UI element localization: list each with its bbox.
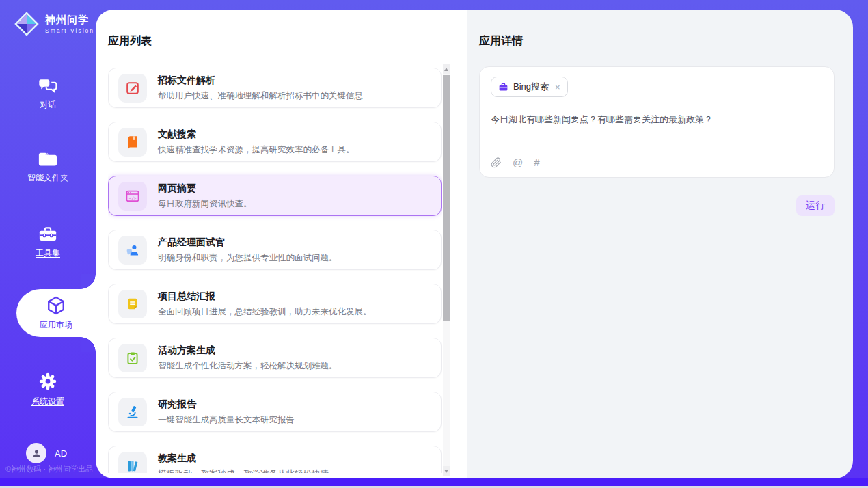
- app-title: 产品经理面试官: [158, 236, 338, 249]
- triangle-up-icon: [444, 68, 448, 71]
- scrollbar-thumb[interactable]: [443, 75, 450, 321]
- sidebar-item-label: 工具集: [36, 247, 60, 259]
- svg-text:</>: </>: [128, 195, 136, 200]
- sidebar-item-app-market[interactable]: 应用市场: [16, 289, 96, 337]
- book-icon: [118, 128, 147, 157]
- app-description: 一键智能生成高质量长文本研究报告: [158, 414, 295, 426]
- app-list-pane: 应用列表 招标文件解析 帮助用户快速、准确地理解和解析招标书中的关键信息: [96, 10, 467, 478]
- user-initials: AD: [55, 448, 67, 459]
- folder-icon: [38, 151, 58, 167]
- app-title: 项目总结汇报: [158, 290, 372, 303]
- note-icon: [118, 290, 147, 318]
- prompt-card[interactable]: Bing搜索 × 今日湖北有哪些新闻要点？有哪些需要关注的最新政策？ @ #: [479, 66, 835, 178]
- brand-logo[interactable]: 神州问学 Smart Vision: [14, 11, 94, 37]
- gear-icon: [38, 372, 57, 391]
- app-title: 活动方案生成: [158, 344, 338, 357]
- sidebar-item-label: 系统设置: [31, 396, 64, 407]
- app-description: 全面回顾项目进展，总结经验教训，助力未来优化发展。: [158, 306, 372, 318]
- triangle-down-icon: [444, 470, 448, 473]
- diamond-logo-icon: [14, 11, 40, 37]
- app-card-lesson-plan[interactable]: 教案生成 模板驱动，教案秒成，教学准备从此轻松快捷: [108, 446, 442, 473]
- user-icon: [31, 448, 42, 459]
- app-description: 智能生成个性化活动方案，轻松解决规划难题。: [158, 360, 338, 372]
- sidebar-item-label: 智能文件夹: [27, 172, 68, 184]
- mention-icon[interactable]: @: [513, 157, 523, 168]
- paperclip-icon[interactable]: [491, 157, 502, 168]
- app-card-web-summary[interactable]: </> 网页摘要 每日政府新闻资讯快查。: [108, 176, 442, 216]
- clipboard-check-icon: [118, 344, 147, 372]
- app-description: 模板驱动，教案秒成，教学准备从此轻松快捷: [158, 468, 329, 474]
- app-list: 招标文件解析 帮助用户快速、准确地理解和解析招标书中的关键信息 文献搜索: [108, 68, 442, 473]
- toolbox-icon: [38, 225, 58, 243]
- brand-name: 神州问学: [45, 14, 94, 27]
- user-account[interactable]: AD: [26, 443, 67, 463]
- app-title: 文献搜索: [158, 128, 355, 141]
- sidebar-item-chat[interactable]: 对话: [0, 77, 96, 111]
- app-description: 快速精准查找学术资源，提高研究效率的必备工具。: [158, 144, 355, 156]
- tool-chip-bing-search[interactable]: Bing搜索 ×: [491, 77, 568, 97]
- sidebar-item-toolset[interactable]: 工具集: [0, 225, 96, 259]
- screen: 神州问学 Smart Vision 对话 智能文件夹: [0, 0, 868, 488]
- chat-icon: [38, 77, 58, 94]
- app-title: 网页摘要: [158, 182, 252, 195]
- app-title: 教案生成: [158, 452, 329, 465]
- books-icon: [118, 452, 147, 474]
- main-container: 应用列表 招标文件解析 帮助用户快速、准确地理解和解析招标书中的关键信息: [96, 10, 853, 478]
- interviewer-icon: [118, 236, 147, 265]
- cube-icon: [46, 295, 66, 316]
- app-title: 研究报告: [158, 398, 295, 411]
- copyright-footer: ©神州数码 · 神州问学出品: [5, 464, 93, 474]
- microscope-icon: [118, 398, 147, 426]
- brand-subtitle: Smart Vision: [45, 27, 94, 34]
- sidebar-item-folders[interactable]: 智能文件夹: [0, 151, 96, 184]
- app-card-event-plan[interactable]: 活动方案生成 智能生成个性化活动方案，轻松解决规划难题。: [108, 338, 442, 378]
- query-text[interactable]: 今日湖北有哪些新闻要点？有哪些需要关注的最新政策？: [491, 113, 823, 126]
- avatar[interactable]: [26, 443, 46, 463]
- input-toolbar: @ #: [491, 157, 540, 168]
- bubble-curve-top: [81, 274, 96, 289]
- app-detail-title: 应用详情: [479, 34, 835, 49]
- app-card-research-report[interactable]: 研究报告 一键智能生成高质量长文本研究报告: [108, 392, 442, 432]
- scroll-down-button[interactable]: [443, 466, 450, 476]
- app-detail-pane: 应用详情 Bing搜索 × 今日湖北有哪些新闻要点？有哪些需要关注的最新政策？: [467, 10, 853, 478]
- browser-code-icon: </>: [118, 182, 147, 211]
- sidebar: 神州问学 Smart Vision 对话 智能文件夹: [0, 0, 96, 478]
- briefcase-icon: [498, 82, 508, 92]
- run-button[interactable]: 运行: [796, 195, 835, 216]
- sidebar-item-label: 应用市场: [40, 319, 72, 331]
- app-description: 每日政府新闻资讯快查。: [158, 198, 252, 210]
- bubble-curve-bottom: [81, 337, 96, 352]
- sidebar-item-label: 对话: [40, 99, 56, 111]
- close-icon[interactable]: ×: [555, 83, 560, 92]
- app-description: 明确身份和职责，为您提供专业性的面试问题。: [158, 252, 338, 264]
- hashtag-icon[interactable]: #: [534, 157, 539, 168]
- app-card-project-summary[interactable]: 项目总结汇报 全面回顾项目进展，总结经验教训，助力未来优化发展。: [108, 284, 442, 324]
- app-card-bid-analysis[interactable]: 招标文件解析 帮助用户快速、准确地理解和解析招标书中的关键信息: [108, 68, 442, 108]
- bottom-accent-bar: [0, 478, 868, 486]
- app-card-literature-search[interactable]: 文献搜索 快速精准查找学术资源，提高研究效率的必备工具。: [108, 122, 442, 162]
- scroll-up-button[interactable]: [443, 64, 450, 74]
- app-list-title: 应用列表: [108, 34, 152, 49]
- document-edit-icon: [118, 74, 147, 103]
- sidebar-item-settings[interactable]: 系统设置: [0, 372, 96, 407]
- tool-chip-label: Bing搜索: [513, 81, 549, 93]
- app-description: 帮助用户快速、准确地理解和解析招标书中的关键信息: [158, 90, 363, 102]
- app-title: 招标文件解析: [158, 74, 363, 87]
- list-scrollbar[interactable]: [443, 64, 450, 476]
- app-card-pm-interviewer[interactable]: 产品经理面试官 明确身份和职责，为您提供专业性的面试问题。: [108, 230, 442, 270]
